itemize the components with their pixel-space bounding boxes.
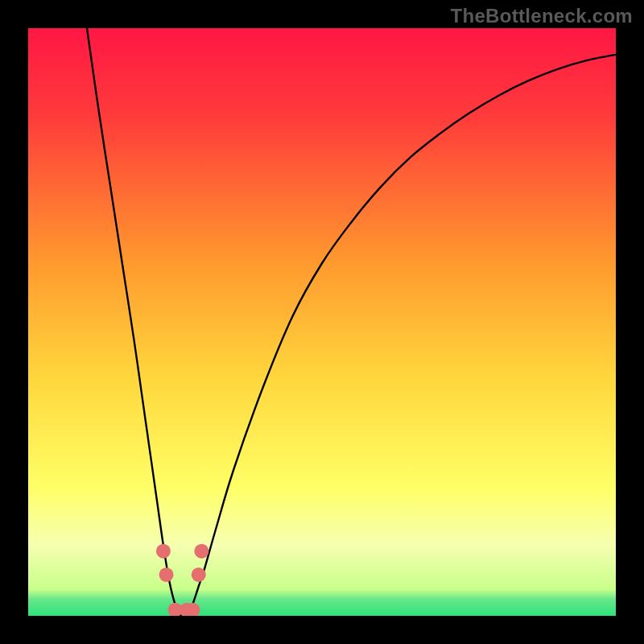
data-marker bbox=[194, 544, 208, 559]
data-marker bbox=[156, 544, 171, 559]
curve-chart bbox=[28, 28, 616, 616]
chart-container: TheBottleneck.com bbox=[0, 0, 644, 644]
gradient-background bbox=[28, 28, 616, 616]
plot-area bbox=[28, 28, 616, 616]
data-marker bbox=[192, 568, 206, 582]
watermark-text: TheBottleneck.com bbox=[451, 5, 633, 27]
data-marker bbox=[159, 568, 174, 582]
